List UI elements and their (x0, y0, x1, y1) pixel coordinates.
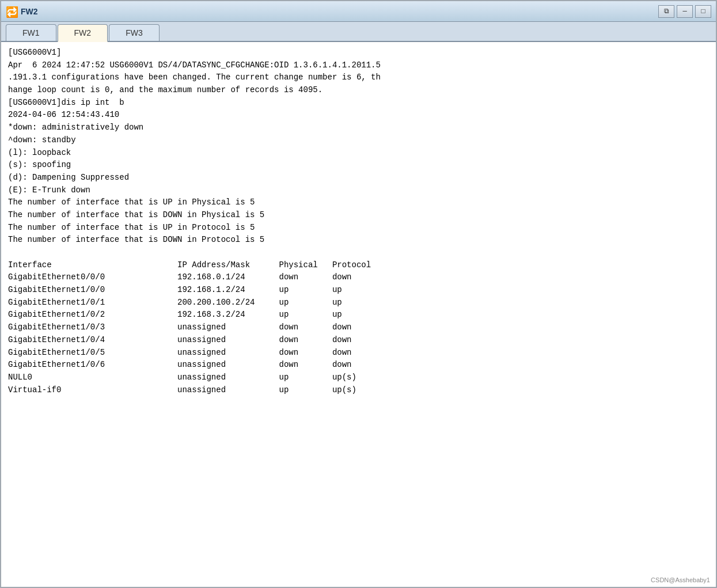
tab-fw3[interactable]: FW3 (109, 24, 160, 41)
tab-fw1[interactable]: FW1 (6, 24, 56, 41)
minimize-button[interactable]: ─ (677, 5, 693, 18)
tab-fw2[interactable]: FW2 (58, 24, 108, 42)
terminal-text: [USG6000V1] Apr 6 2024 12:47:52 USG6000V… (8, 47, 709, 396)
window-title: FW2 (21, 7, 38, 16)
title-bar: 🔁 FW2 ⧉ ─ □ (1, 1, 716, 22)
watermark: CSDN@Asshebaby1 (651, 576, 710, 583)
tab-bar: FW1 FW2 FW3 (1, 22, 716, 42)
title-bar-left: 🔁 FW2 (6, 6, 38, 17)
main-window: 🔁 FW2 ⧉ ─ □ FW1 FW2 FW3 [USG6000V1] Apr … (0, 0, 717, 588)
restore-button[interactable]: ⧉ (658, 5, 674, 18)
app-icon: 🔁 (6, 6, 17, 17)
terminal-output: [USG6000V1] Apr 6 2024 12:47:52 USG6000V… (1, 42, 716, 587)
window-controls: ⧉ ─ □ (658, 5, 711, 18)
maximize-button[interactable]: □ (695, 5, 711, 18)
